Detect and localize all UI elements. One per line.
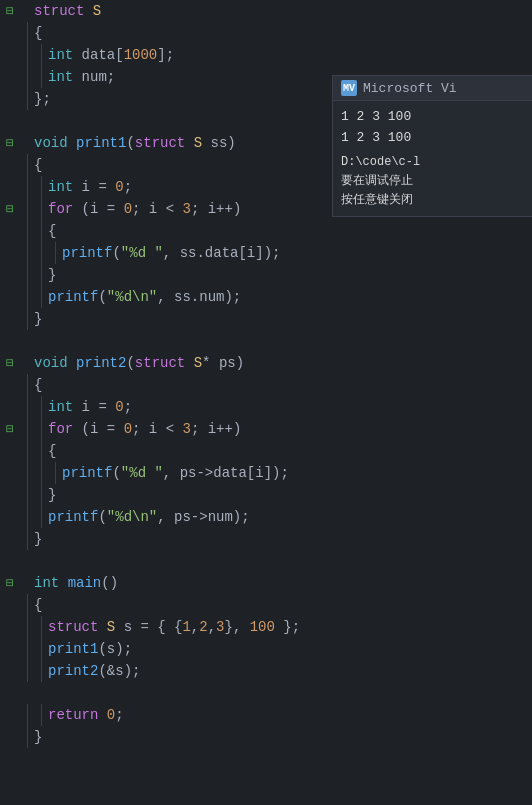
- line-gutter[interactable]: ⊟: [0, 201, 20, 217]
- indent-bar: [34, 418, 48, 440]
- code-content: for (i = 0; i < 3; i++): [48, 421, 241, 437]
- indent-bar: [20, 0, 34, 22]
- code-line: [0, 682, 380, 704]
- code-line: ⊟for (i = 0; i < 3; i++): [0, 198, 380, 220]
- code-content: int main(): [34, 575, 118, 591]
- indent-bar: [20, 286, 34, 308]
- code-line: [0, 110, 380, 132]
- indent-bar: [34, 66, 48, 88]
- code-content: struct S: [34, 3, 101, 19]
- code-line: }: [0, 528, 380, 550]
- indent-bar: [48, 242, 62, 264]
- code-line: print1(s);: [0, 638, 380, 660]
- code-line: [0, 748, 380, 770]
- line-gutter[interactable]: ⊟: [0, 421, 20, 437]
- indent-bar: [20, 704, 34, 726]
- console-panel: MV Microsoft Vi 1 2 3 100 1 2 3 100 D:\c…: [332, 75, 532, 217]
- code-content: return 0;: [48, 707, 124, 723]
- code-content: printf("%d\n", ss.num);: [48, 289, 241, 305]
- code-editor: ⊟struct S{int data[1000];int num;};⊟void…: [0, 0, 380, 805]
- console-icon: MV: [341, 80, 357, 96]
- code-line: ⊟for (i = 0; i < 3; i++): [0, 418, 380, 440]
- indent-bar: [20, 308, 34, 330]
- indent-bar: [20, 748, 34, 770]
- code-content: for (i = 0; i < 3; i++): [48, 201, 241, 217]
- indent-bar: [20, 352, 34, 374]
- code-line: {: [0, 220, 380, 242]
- indent-bar: [34, 264, 48, 286]
- indent-bar: [20, 726, 34, 748]
- code-line: [0, 550, 380, 572]
- indent-bar: [20, 242, 34, 264]
- indent-bar: [20, 594, 34, 616]
- console-icon-label: MV: [343, 83, 355, 94]
- console-header: MV Microsoft Vi: [333, 76, 532, 101]
- indent-bar: [20, 418, 34, 440]
- indent-bar: [20, 682, 34, 704]
- indent-bar: [20, 110, 34, 132]
- code-line: ⊟int main(): [0, 572, 380, 594]
- code-line: struct S s = { {1,2,3}, 100 };: [0, 616, 380, 638]
- code-line: {: [0, 594, 380, 616]
- console-output-line-2: 1 2 3 100: [341, 128, 524, 149]
- indent-bar: [20, 506, 34, 528]
- code-content: printf("%d ", ps->data[i]);: [62, 465, 289, 481]
- indent-bar: [20, 220, 34, 242]
- code-line: [0, 330, 380, 352]
- code-content: }: [34, 729, 42, 745]
- line-gutter[interactable]: ⊟: [0, 355, 20, 371]
- code-content: }: [34, 531, 42, 547]
- code-line: int i = 0;: [0, 176, 380, 198]
- code-content: struct S s = { {1,2,3}, 100 };: [48, 619, 300, 635]
- code-content: {: [48, 223, 56, 239]
- indent-bar: [34, 704, 48, 726]
- line-gutter[interactable]: ⊟: [0, 135, 20, 151]
- code-content: int num;: [48, 69, 115, 85]
- code-content: }: [48, 487, 56, 503]
- indent-bar: [34, 616, 48, 638]
- code-line: }: [0, 726, 380, 748]
- code-content: void print2(struct S* ps): [34, 355, 244, 371]
- code-content: printf("%d\n", ps->num);: [48, 509, 250, 525]
- code-content: void print1(struct S ss): [34, 135, 236, 151]
- indent-bar: [20, 616, 34, 638]
- code-line: int num;: [0, 66, 380, 88]
- code-line: printf("%d\n", ps->num);: [0, 506, 380, 528]
- code-content: print1(s);: [48, 641, 132, 657]
- code-content: {: [48, 443, 56, 459]
- indent-bar: [34, 484, 48, 506]
- code-line: printf("%d\n", ss.num);: [0, 286, 380, 308]
- indent-bar: [48, 462, 62, 484]
- indent-bar: [20, 22, 34, 44]
- code-line: ⊟struct S: [0, 0, 380, 22]
- code-line: ⊟void print2(struct S* ps): [0, 352, 380, 374]
- indent-bar: [34, 506, 48, 528]
- indent-bar: [20, 330, 34, 352]
- code-line: {: [0, 22, 380, 44]
- code-line: }: [0, 264, 380, 286]
- code-content: {: [34, 25, 42, 41]
- indent-bar: [34, 44, 48, 66]
- indent-bar: [20, 264, 34, 286]
- code-content: int data[1000];: [48, 47, 174, 63]
- line-gutter[interactable]: ⊟: [0, 575, 20, 591]
- code-content: }: [34, 311, 42, 327]
- indent-bar: [20, 638, 34, 660]
- code-line: int i = 0;: [0, 396, 380, 418]
- code-content: };: [34, 91, 51, 107]
- code-content: int i = 0;: [48, 399, 132, 415]
- indent-bar: [20, 132, 34, 154]
- code-line: printf("%d ", ps->data[i]);: [0, 462, 380, 484]
- code-content: {: [34, 597, 42, 613]
- code-content: }: [48, 267, 56, 283]
- code-content: {: [34, 157, 42, 173]
- indent-bar: [20, 396, 34, 418]
- indent-bar: [20, 198, 34, 220]
- code-content: {: [34, 377, 42, 393]
- console-title: Microsoft Vi: [363, 81, 457, 96]
- console-output-line-1: 1 2 3 100: [341, 107, 524, 128]
- line-gutter[interactable]: ⊟: [0, 3, 20, 19]
- indent-bar: [20, 528, 34, 550]
- indent-bar: [34, 660, 48, 682]
- code-line: int data[1000];: [0, 44, 380, 66]
